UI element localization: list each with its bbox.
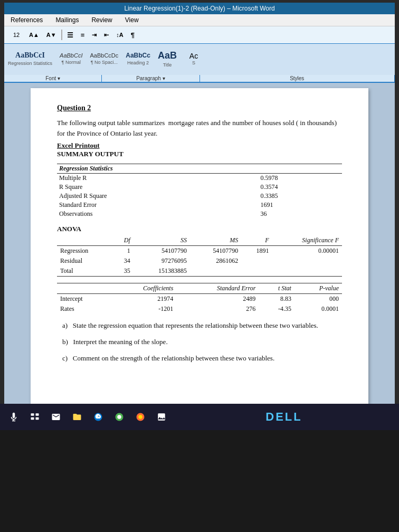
- stat-label: Multiple R: [57, 174, 258, 183]
- more-styles-icon: Ac: [189, 52, 198, 60]
- indent-btn[interactable]: ⇥: [89, 29, 99, 41]
- stat-label: Standard Error: [57, 201, 258, 210]
- excel-label: Excel Printout: [57, 141, 342, 150]
- taskbar-circle-icon[interactable]: [111, 408, 128, 425]
- style-nospacing[interactable]: AaBbCcDc ¶ No Spaci...: [86, 44, 122, 73]
- stat-label: Observations: [57, 210, 258, 218]
- coeff-pvalue: 000: [294, 294, 342, 305]
- anova-f: 1891: [241, 246, 272, 256]
- styles-label: Styles: [200, 75, 395, 82]
- stat-value: 0.3385: [258, 192, 342, 201]
- stat-label: R Square: [57, 183, 258, 192]
- reg-stats-title: Regression Statistics: [57, 164, 342, 174]
- part-a-text: State the regression equation that repre…: [73, 321, 318, 329]
- style-heading2[interactable]: AaBbCc Heading 2: [122, 44, 154, 73]
- menu-references[interactable]: References: [8, 15, 45, 25]
- list-btn[interactable]: ☰: [64, 29, 76, 41]
- menu-bar: References Mailings Review View: [4, 14, 395, 26]
- numberedlist-btn[interactable]: ≡: [78, 29, 88, 41]
- part-c-letter: c): [62, 354, 71, 362]
- anova-header-f: F: [241, 235, 272, 246]
- paragraph-label: Paragraph ▾: [102, 75, 200, 82]
- anova-header-df: Df: [113, 235, 134, 246]
- anova-f: [241, 256, 272, 266]
- coeff-tstat: -4.35: [259, 304, 294, 314]
- menu-view[interactable]: View: [123, 15, 141, 25]
- taskbar-photos-icon[interactable]: [153, 408, 170, 425]
- stat-value: 0.3574: [258, 183, 342, 192]
- dell-logo: DELL: [174, 410, 394, 424]
- font-expand-icon[interactable]: ▾: [58, 75, 60, 81]
- anova-row-label: Total: [57, 266, 113, 277]
- para-expand-icon[interactable]: ▾: [163, 75, 165, 81]
- stat-value: 1691: [258, 201, 342, 210]
- monitor: Linear Regression(1)-2 (Read-Only) – Mic…: [0, 0, 399, 532]
- indent-out-btn[interactable]: ⇤: [101, 29, 111, 41]
- anova-sigf: [272, 256, 342, 266]
- coeff-label: Rates: [57, 304, 110, 314]
- taskbar-mail-icon[interactable]: [48, 408, 64, 425]
- title-bar: Linear Regression(1)-2 (Read-Only) – Mic…: [4, 3, 395, 14]
- title-label: Title: [163, 62, 172, 68]
- font-size-input[interactable]: 12: [8, 29, 24, 41]
- taskbar-edge-icon[interactable]: [90, 408, 107, 425]
- question-part-c: c) Comment on the strength of the relati…: [57, 353, 342, 364]
- anova-header-sigf: Significance F: [272, 235, 342, 246]
- anova-header-empty: [57, 235, 113, 246]
- font-grow-btn[interactable]: A▲: [26, 29, 42, 41]
- anova-table: Df SS MS F Significance F Regression 1: [57, 235, 342, 277]
- sort-btn[interactable]: ↕A: [113, 29, 126, 41]
- doc-area: Question 2 The following output table su…: [4, 83, 395, 404]
- table-row: R Square 0.3574: [57, 183, 342, 192]
- summary-heading: SUMMARY OUTPUT: [57, 150, 342, 158]
- question-part-b: b) Interpret the meaning of the slope.: [57, 337, 342, 348]
- part-b-text: Interpret the meaning of the slope.: [73, 338, 168, 346]
- heading1-label: Regression Statistics: [8, 61, 52, 66]
- coeff-header-se: Standard Error: [176, 283, 259, 294]
- menu-review[interactable]: Review: [89, 15, 114, 25]
- anova-section: ANOVA Df SS MS F Significance F: [57, 225, 342, 277]
- anova-f: [241, 266, 272, 277]
- screen: Linear Regression(1)-2 (Read-Only) – Mic…: [4, 3, 395, 404]
- ribbon-row2: AaBbCcI Regression Statistics AaBbCcI ¶ …: [4, 43, 395, 75]
- more-styles-label: S: [192, 60, 195, 65]
- stat-label: Adjusted R Square: [57, 192, 258, 201]
- coeff-se: 276: [176, 304, 259, 314]
- coeff-value: 21974: [110, 294, 177, 305]
- coefficients-section: Coefficients Standard Error t Stat P-val…: [57, 283, 342, 314]
- regression-section: Regression Statistics Multiple R 0.5978 …: [57, 164, 342, 218]
- font-shrink-btn[interactable]: A▼: [44, 29, 59, 41]
- heading2-preview: AaBbCc: [126, 52, 150, 59]
- style-heading1[interactable]: AaBbCcI Regression Statistics: [4, 44, 56, 73]
- style-more[interactable]: Ac S: [180, 44, 207, 73]
- coeff-header-tstat: t Stat: [259, 283, 294, 294]
- anova-row-label: Regression: [57, 246, 113, 256]
- svg-rect-0: [31, 413, 34, 416]
- taskbar-taskview-icon[interactable]: [26, 408, 43, 425]
- coeff-se: 2489: [176, 294, 259, 305]
- bottom-bezel: [0, 430, 399, 532]
- anova-title: ANOVA: [57, 225, 342, 233]
- coeff-value: -1201: [110, 304, 177, 314]
- table-row: Adjusted R Square 0.3385: [57, 192, 342, 201]
- style-normal[interactable]: AaBbCcI ¶ Normal: [56, 44, 86, 73]
- svg-rect-3: [36, 417, 39, 420]
- title-bar-text: Linear Regression(1)-2 (Read-Only) – Mic…: [124, 5, 274, 12]
- table-row: Regression 1 54107790 54107790 1891 0.00…: [57, 246, 342, 256]
- question-part-a: a) State the regression equation that re…: [57, 320, 342, 331]
- taskbar-firefox-icon[interactable]: [132, 408, 149, 425]
- coeff-label: Intercept: [57, 294, 110, 305]
- taskbar-files-icon[interactable]: [69, 408, 86, 425]
- table-row: Rates -1201 276 -4.35 0.0001: [57, 304, 342, 314]
- heading1-preview: AaBbCcI: [15, 51, 45, 60]
- taskbar: DELL: [0, 404, 399, 430]
- menu-mailings[interactable]: Mailings: [53, 15, 81, 25]
- anova-df: 34: [113, 256, 134, 266]
- coeff-header-pvalue: P-value: [294, 283, 342, 294]
- taskbar-mic-icon[interactable]: [5, 408, 22, 425]
- pilcrow-btn[interactable]: ¶: [128, 29, 137, 41]
- style-title[interactable]: AaB Title: [154, 44, 180, 73]
- font-label: Font ▾: [4, 75, 102, 82]
- svg-point-8: [138, 415, 142, 419]
- coeff-tstat: 8.83: [259, 294, 294, 305]
